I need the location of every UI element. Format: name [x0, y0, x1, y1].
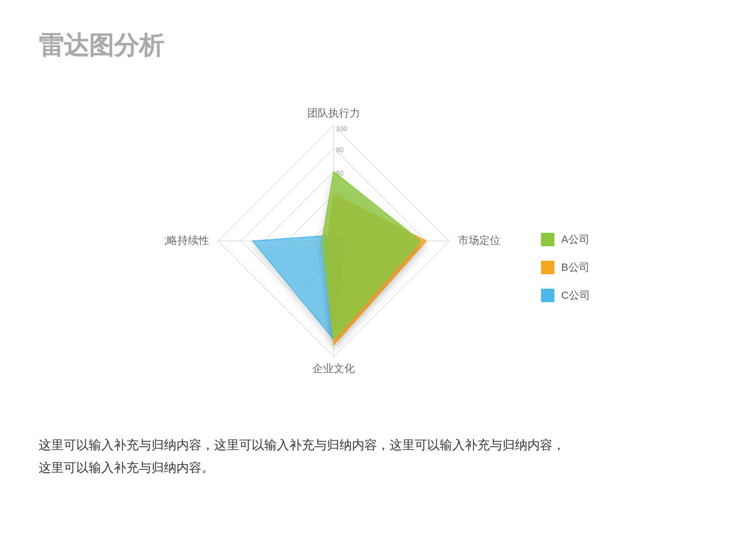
legend-label-c: C公司: [561, 288, 590, 303]
legend-color-b: [541, 261, 554, 274]
svg-text:100: 100: [336, 125, 348, 133]
description-text: 这里可以输入补充与归纳内容，这里可以输入补充与归纳内容，这里可以输入补充与归纳内…: [39, 434, 569, 479]
svg-text:团队执行力: 团队执行力: [307, 107, 360, 119]
legend-color-a: [541, 233, 554, 246]
svg-marker-15: [322, 172, 420, 339]
svg-text:80: 80: [336, 146, 344, 154]
legend-item-a: A公司: [541, 232, 590, 247]
legend-item-c: C公司: [541, 288, 590, 303]
svg-text:战略持续性: 战略持续性: [165, 234, 209, 246]
svg-text:企业文化: 企业文化: [312, 362, 355, 374]
legend-label-b: B公司: [561, 260, 590, 275]
chart-legend: A公司 B公司 C公司: [541, 232, 590, 303]
radar-chart: 0 20 40 60 80 100: [165, 92, 502, 405]
legend-item-b: B公司: [541, 260, 590, 275]
page-title: 雷达图分析: [39, 29, 716, 63]
legend-label-a: A公司: [561, 232, 590, 247]
svg-text:市场定位: 市场定位: [458, 234, 500, 246]
legend-color-c: [541, 289, 554, 302]
